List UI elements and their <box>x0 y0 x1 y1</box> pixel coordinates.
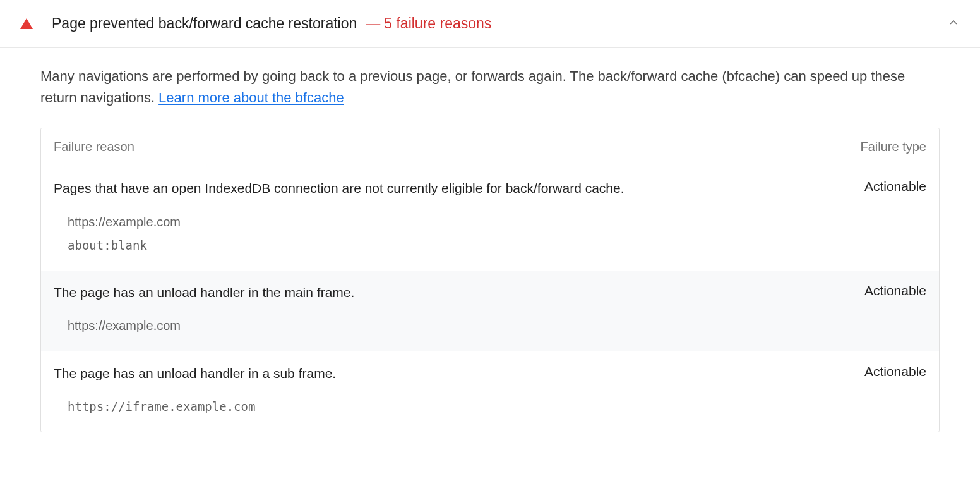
warning-triangle-icon <box>20 18 33 29</box>
audit-title: Page prevented back/forward cache restor… <box>52 15 357 32</box>
url-item: https://example.com <box>68 210 926 234</box>
row-top: The page has an unload handler in the ma… <box>54 283 926 302</box>
table-row: Pages that have an open IndexedDB connec… <box>41 166 939 271</box>
url-list: https://example.comabout:blank <box>54 210 926 257</box>
url-item: about:blank <box>68 234 926 257</box>
failure-type: Actionable <box>864 179 926 194</box>
subtitle-dash: — <box>366 15 380 32</box>
url-list: https://example.com <box>54 313 926 338</box>
table-row: The page has an unload handler in a sub … <box>41 351 939 432</box>
row-top: Pages that have an open IndexedDB connec… <box>54 179 926 198</box>
failure-reason: The page has an unload handler in a sub … <box>54 364 849 383</box>
audit-body: Many navigations are performed by going … <box>0 48 980 458</box>
url-item: https://iframe.example.com <box>68 395 926 418</box>
failure-reason: The page has an unload handler in the ma… <box>54 283 849 302</box>
audit-description: Many navigations are performed by going … <box>40 66 940 109</box>
table-body: Pages that have an open IndexedDB connec… <box>41 166 939 432</box>
failure-type: Actionable <box>864 364 926 379</box>
failure-reason: Pages that have an open IndexedDB connec… <box>54 179 849 198</box>
failure-count: 5 failure reasons <box>384 15 491 32</box>
url-list: https://iframe.example.com <box>54 395 926 418</box>
failure-table: Failure reason Failure type Pages that h… <box>40 128 940 432</box>
table-row: The page has an unload handler in the ma… <box>41 271 939 351</box>
audit-header[interactable]: Page prevented back/forward cache restor… <box>0 0 980 48</box>
col-header-reason: Failure reason <box>54 140 134 154</box>
learn-more-link[interactable]: Learn more about the bfcache <box>158 90 344 106</box>
url-item: https://example.com <box>68 313 926 338</box>
audit-subtitle: —5 failure reasons <box>366 15 491 32</box>
table-header-row: Failure reason Failure type <box>41 128 939 166</box>
chevron-up-icon[interactable] <box>947 16 960 32</box>
col-header-type: Failure type <box>861 140 927 154</box>
failure-type: Actionable <box>864 283 926 298</box>
audit-panel: Page prevented back/forward cache restor… <box>0 0 980 458</box>
row-top: The page has an unload handler in a sub … <box>54 364 926 383</box>
